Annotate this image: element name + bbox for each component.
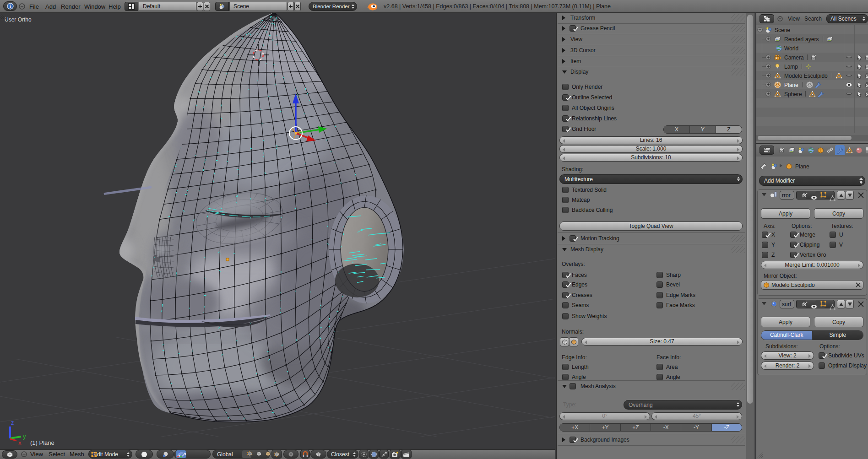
svg-text:i: i <box>10 4 11 9</box>
svg-text:z: z <box>11 419 14 426</box>
svg-text:x: x <box>18 439 22 446</box>
svg-text:y: y <box>23 433 26 440</box>
